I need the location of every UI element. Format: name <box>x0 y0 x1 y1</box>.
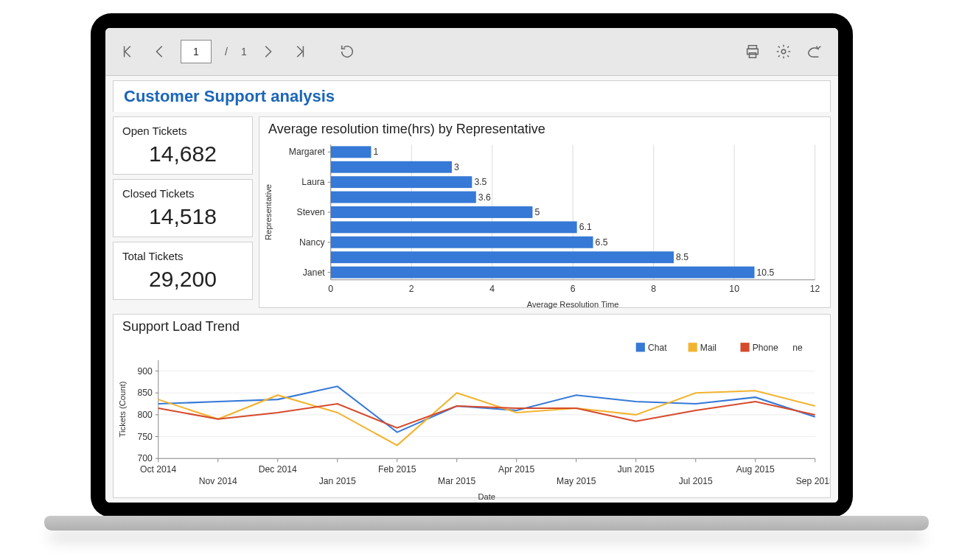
report-title: Customer Support analysis <box>113 80 831 112</box>
svg-rect-30 <box>331 206 533 218</box>
svg-text:12: 12 <box>810 284 820 294</box>
svg-text:Phone: Phone <box>753 343 778 353</box>
svg-text:10.5: 10.5 <box>757 267 775 278</box>
tile-open-tickets: Open Tickets 14,682 <box>113 116 253 175</box>
svg-text:Feb 2015: Feb 2015 <box>378 464 416 475</box>
svg-rect-99 <box>741 343 750 351</box>
svg-text:850: 850 <box>137 388 152 398</box>
svg-text:Nancy: Nancy <box>299 237 325 248</box>
svg-text:4: 4 <box>489 284 495 294</box>
svg-text:10: 10 <box>729 284 739 294</box>
svg-rect-36 <box>331 251 674 263</box>
svg-rect-32 <box>331 221 577 233</box>
line-chart: 700750800850900Oct 2014Nov 2014Dec 2014J… <box>114 339 830 501</box>
svg-text:Jul 2015: Jul 2015 <box>679 476 713 486</box>
next-page-button[interactable] <box>257 41 278 62</box>
svg-text:6.1: 6.1 <box>579 222 592 232</box>
page-total: 1 <box>241 46 247 57</box>
svg-point-5 <box>781 49 786 54</box>
refresh-button[interactable] <box>337 41 358 62</box>
svg-text:Chat: Chat <box>648 343 667 353</box>
svg-text:8: 8 <box>651 284 656 294</box>
tile-open-label: Open Tickets <box>122 125 243 137</box>
svg-text:5: 5 <box>535 207 540 217</box>
svg-text:Nov 2014: Nov 2014 <box>199 476 237 486</box>
svg-text:Representative: Representative <box>264 184 273 240</box>
svg-text:Mar 2015: Mar 2015 <box>438 476 475 486</box>
svg-text:750: 750 <box>137 432 152 442</box>
svg-text:May 2015: May 2015 <box>557 476 596 486</box>
last-page-button[interactable] <box>288 41 309 62</box>
svg-text:Apr 2015: Apr 2015 <box>498 464 534 475</box>
tile-total-tickets: Total Tickets 29,200 <box>113 242 253 300</box>
svg-rect-97 <box>688 343 697 351</box>
svg-rect-34 <box>331 237 593 248</box>
first-page-button[interactable] <box>119 41 139 62</box>
svg-text:2: 2 <box>409 284 414 294</box>
svg-rect-22 <box>331 146 372 158</box>
svg-text:Dec 2014: Dec 2014 <box>259 464 297 475</box>
kpi-tiles: Open Tickets 14,682 Closed Tickets 14,51… <box>113 116 253 308</box>
tile-total-value: 29,200 <box>122 267 243 292</box>
svg-rect-26 <box>331 176 472 188</box>
page-current-input[interactable]: 1 <box>181 40 212 63</box>
svg-text:Mail: Mail <box>700 343 716 353</box>
bar-chart-title: Average resolution time(hrs) by Represen… <box>259 117 830 141</box>
svg-text:700: 700 <box>137 453 152 463</box>
svg-text:Laura: Laura <box>301 177 324 187</box>
report-body: Customer Support analysis Open Tickets 1… <box>105 76 838 503</box>
svg-text:800: 800 <box>137 410 152 420</box>
page-separator: / <box>225 46 228 57</box>
svg-text:900: 900 <box>137 366 152 377</box>
svg-text:Jan 2015: Jan 2015 <box>319 476 356 486</box>
tile-closed-label: Closed Tickets <box>122 187 243 200</box>
tile-total-label: Total Tickets <box>122 250 243 262</box>
print-button[interactable] <box>742 41 763 62</box>
tile-closed-tickets: Closed Tickets 14,518 <box>113 179 253 237</box>
line-chart-title: Support Load Trend <box>114 315 830 339</box>
prev-page-button[interactable] <box>150 41 170 62</box>
svg-text:Tickets (Count): Tickets (Count) <box>118 381 127 437</box>
svg-rect-24 <box>331 161 452 173</box>
tile-open-value: 14,682 <box>122 141 243 167</box>
settings-button[interactable] <box>773 41 794 62</box>
svg-rect-28 <box>331 192 476 203</box>
svg-text:Average Resolution Time: Average Resolution Time <box>527 300 619 309</box>
laptop-frame: 1 / 1 <box>92 15 851 516</box>
svg-rect-95 <box>636 343 645 351</box>
svg-text:3: 3 <box>454 162 459 172</box>
panel-bar-chart: Average resolution time(hrs) by Represen… <box>259 116 831 308</box>
screen: 1 / 1 <box>105 28 838 503</box>
laptop-base <box>44 516 929 531</box>
report-toolbar: 1 / 1 <box>105 28 838 76</box>
svg-text:Date: Date <box>478 492 495 501</box>
bar-chart: 024681012133.53.656.16.58.510.5MargaretL… <box>259 141 830 310</box>
svg-rect-38 <box>331 267 755 279</box>
svg-text:Jun 2015: Jun 2015 <box>618 464 655 475</box>
svg-text:8.5: 8.5 <box>676 252 688 262</box>
svg-text:Sep 2015: Sep 2015 <box>796 476 830 486</box>
svg-rect-4 <box>749 53 756 57</box>
svg-text:6: 6 <box>571 284 576 294</box>
svg-text:Margaret: Margaret <box>289 147 325 157</box>
svg-text:6.5: 6.5 <box>596 237 608 248</box>
panel-line-chart: Support Load Trend 700750800850900Oct 20… <box>113 314 831 498</box>
svg-text:Steven: Steven <box>297 207 325 217</box>
svg-text:3.5: 3.5 <box>474 177 486 187</box>
svg-text:ne: ne <box>792 343 803 353</box>
svg-text:Oct 2014: Oct 2014 <box>140 464 176 475</box>
svg-text:3.6: 3.6 <box>478 192 491 203</box>
export-button[interactable] <box>804 41 825 62</box>
svg-text:Aug 2015: Aug 2015 <box>736 464 775 475</box>
svg-text:0: 0 <box>328 284 333 294</box>
svg-text:Janet: Janet <box>303 267 325 278</box>
tile-closed-value: 14,518 <box>122 204 243 229</box>
svg-text:1: 1 <box>374 147 379 157</box>
